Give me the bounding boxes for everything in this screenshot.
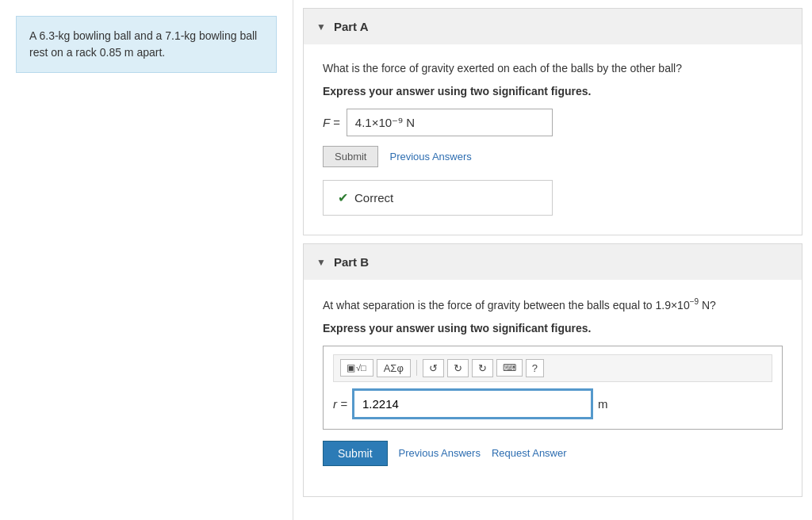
part-b-question: At what separation is the force of gravi… — [323, 296, 783, 314]
part-a-section: ▼ Part A What is the force of gravity ex… — [303, 8, 802, 235]
math-sqrt-icon: √□ — [356, 363, 366, 373]
part-b-title: Part B — [334, 255, 369, 269]
part-a-answer-label: F = — [323, 116, 340, 129]
part-a-header: ▼ Part A — [304, 9, 802, 44]
part-b-submit-row: Submit Previous Answers Request Answer — [323, 441, 783, 466]
problem-statement: A 6.3-kg bowling ball and a 7.1-kg bowli… — [16, 16, 277, 73]
toolbar-help-btn[interactable]: ? — [526, 359, 544, 377]
toolbar-greek-btn[interactable]: AΣφ — [377, 359, 411, 377]
part-a-collapse-arrow[interactable]: ▼ — [316, 21, 326, 32]
part-b-instruction: Express your answer using two significan… — [323, 322, 783, 335]
problem-text: A 6.3-kg bowling ball and a 7.1-kg bowli… — [29, 29, 257, 59]
math-input-container: ▣ √□ AΣφ ↺ ↺ ↻ ⌨ ? r = m — [323, 346, 783, 430]
part-b-request-answer-link[interactable]: Request Answer — [492, 447, 567, 459]
part-a-submit-row: Submit Previous Answers — [323, 146, 783, 167]
toolbar-redo-btn[interactable]: ↺ — [447, 359, 469, 377]
toolbar-separator — [416, 360, 417, 376]
part-a-content: What is the force of gravity exerted on … — [304, 44, 802, 235]
part-a-submit-button[interactable]: Submit — [323, 146, 378, 167]
toolbar-reset-btn[interactable]: ↻ — [472, 359, 493, 377]
toolbar-keyboard-btn[interactable]: ⌨ — [496, 359, 523, 377]
part-b-content: At what separation is the force of gravi… — [304, 280, 802, 496]
part-a-question: What is the force of gravity exerted on … — [323, 60, 783, 77]
part-b-section: ▼ Part B At what separation is the force… — [303, 243, 802, 497]
part-b-answer-label: r = — [333, 397, 347, 411]
part-b-previous-answers-link[interactable]: Previous Answers — [399, 447, 481, 459]
math-symbol-icon: ▣ — [347, 362, 355, 373]
part-b-header: ▼ Part B — [304, 244, 802, 280]
part-b-unit: m — [598, 397, 608, 411]
part-b-collapse-arrow[interactable]: ▼ — [316, 257, 326, 268]
part-b-answer-row: r = m — [333, 390, 772, 418]
toolbar-math-btn[interactable]: ▣ √□ — [340, 359, 373, 377]
part-a-correct-box: ✔ Correct — [323, 180, 553, 216]
part-b-submit-button[interactable]: Submit — [323, 441, 388, 466]
right-panel: ▼ Part A What is the force of gravity ex… — [293, 0, 812, 520]
math-toolbar: ▣ √□ AΣφ ↺ ↺ ↻ ⌨ ? — [333, 354, 772, 382]
part-a-previous-answers-link[interactable]: Previous Answers — [389, 151, 471, 162]
check-icon: ✔ — [338, 190, 348, 205]
part-a-title: Part A — [334, 20, 369, 33]
part-a-answer-input[interactable] — [347, 109, 553, 136]
part-a-answer-row: F = — [323, 109, 783, 136]
toolbar-undo-btn[interactable]: ↺ — [423, 359, 444, 377]
part-a-instruction: Express your answer using two significan… — [323, 85, 783, 98]
left-panel: A 6.3-kg bowling ball and a 7.1-kg bowli… — [0, 0, 293, 520]
part-b-answer-input[interactable] — [354, 390, 592, 418]
part-a-correct-label: Correct — [354, 191, 393, 205]
